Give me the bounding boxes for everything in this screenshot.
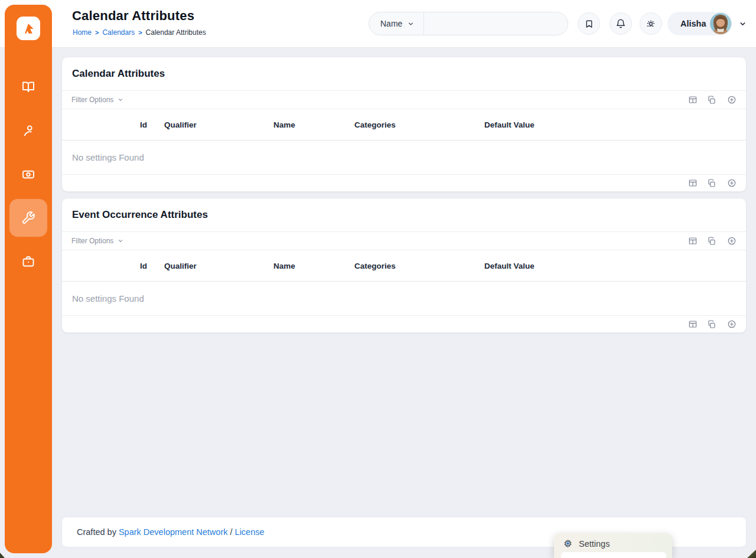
column-name[interactable]: Name: [273, 120, 354, 129]
user-menu[interactable]: Alisha: [667, 12, 732, 35]
panel-calendar-attributes: Calendar Attributes Filter Options Id Qu…: [61, 57, 747, 192]
copy-button[interactable]: [708, 178, 717, 188]
panel-event-occurrence-attributes: Event Occurrence Attributes Filter Optio…: [61, 198, 747, 333]
grid-header-row: Id Qualifier Name Categories Default Val…: [62, 250, 746, 282]
wrench-icon: [21, 211, 35, 225]
plus-circle-icon: [727, 236, 737, 246]
copy-button[interactable]: [708, 319, 717, 329]
column-qualifier[interactable]: Qualifier: [164, 262, 273, 270]
rock-logo-icon: [21, 21, 36, 36]
top-header: Calendar Attributes Home > Calendars > C…: [0, 0, 756, 48]
breadcrumb-separator-icon: >: [138, 29, 142, 36]
money-bill-icon: [21, 167, 35, 181]
avatar: [710, 13, 731, 34]
copy-icon: [708, 319, 717, 329]
sidebar-item-library[interactable]: [9, 68, 47, 106]
briefcase-icon: [21, 254, 35, 269]
copy-icon: [708, 178, 717, 188]
book-open-icon: [21, 80, 35, 94]
table-settings-button[interactable]: [688, 178, 698, 188]
plus-circle-icon: [727, 95, 737, 105]
notifications-button[interactable]: [610, 12, 632, 35]
table-settings-button[interactable]: [688, 95, 698, 105]
panel-title: Calendar Attributes: [62, 57, 746, 91]
add-button[interactable]: [727, 236, 737, 246]
chevron-down-icon: [118, 97, 123, 103]
copy-icon: [708, 236, 717, 246]
table-icon: [688, 236, 698, 246]
column-categories[interactable]: Categories: [354, 120, 484, 129]
bookmark-icon: [584, 19, 594, 29]
column-default-value[interactable]: Default Value: [484, 120, 746, 129]
smart-search: Name: [369, 12, 568, 35]
copy-button[interactable]: [708, 236, 717, 246]
copy-button[interactable]: [708, 95, 717, 105]
breadcrumb: Home > Calendars > Calendar Attributes: [73, 28, 206, 37]
grid-actions: [688, 178, 737, 188]
sidebar: [5, 5, 52, 553]
breadcrumb-separator-icon: >: [95, 29, 99, 36]
footer-separator: /: [227, 527, 234, 537]
sidebar-item-work[interactable]: [9, 243, 47, 280]
app-window: Calendar Attributes Home > Calendars > C…: [0, 0, 756, 558]
theme-toggle-button[interactable]: [640, 12, 662, 35]
chevron-down-icon: [408, 21, 414, 27]
user-menu-caret-icon[interactable]: [739, 19, 747, 30]
sidebar-item-finance[interactable]: [9, 155, 47, 193]
filter-options-label: Filter Options: [71, 237, 113, 245]
grid-header-row: Id Qualifier Name Categories Default Val…: [62, 109, 746, 141]
grid-footer-row: [62, 175, 746, 191]
settings-menu-item[interactable]: Settings: [554, 533, 672, 549]
sidebar-item-people[interactable]: [9, 112, 47, 149]
user-name: Alisha: [667, 19, 706, 28]
table-settings-button[interactable]: [688, 236, 698, 246]
search-scope-label: Name: [380, 19, 402, 28]
app-logo[interactable]: [17, 17, 40, 40]
plus-circle-icon: [727, 319, 737, 329]
wallpaper-corner: [747, 550, 756, 558]
column-id[interactable]: Id: [140, 262, 164, 270]
grid-actions: [688, 236, 737, 246]
bell-icon: [615, 18, 626, 29]
empty-state-message: No settings Found: [62, 141, 746, 175]
footer-link-license[interactable]: License: [235, 527, 265, 537]
table-settings-button[interactable]: [688, 319, 698, 329]
sun-horizon-icon: [646, 18, 656, 29]
add-button[interactable]: [727, 319, 737, 329]
bookmarks-button[interactable]: [578, 12, 600, 35]
settings-menu-label: Settings: [579, 539, 610, 549]
column-id[interactable]: Id: [140, 120, 164, 129]
copy-icon: [708, 95, 717, 105]
settings-popup: Settings: [554, 533, 672, 558]
column-categories[interactable]: Categories: [354, 262, 484, 270]
add-button[interactable]: [727, 95, 737, 105]
table-icon: [688, 178, 698, 188]
person-icon: [21, 123, 35, 138]
breadcrumb-home[interactable]: Home: [73, 28, 92, 37]
footer-crafted-by: Crafted by: [77, 527, 119, 537]
column-name[interactable]: Name: [273, 262, 354, 270]
filter-options-toggle[interactable]: Filter Options: [71, 96, 123, 104]
footer-link-spark[interactable]: Spark Development Network: [119, 527, 228, 537]
add-button[interactable]: [727, 178, 737, 188]
filter-options-label: Filter Options: [71, 96, 113, 104]
wallpaper-corner: [0, 553, 5, 558]
column-default-value[interactable]: Default Value: [484, 262, 746, 270]
chevron-down-icon: [118, 238, 123, 244]
grid-actions: [688, 95, 737, 105]
plus-circle-icon: [727, 178, 737, 188]
column-qualifier[interactable]: Qualifier: [164, 120, 273, 129]
sidebar-item-admin-tools[interactable]: [9, 199, 47, 237]
panel-title: Event Occurrence Attributes: [62, 198, 746, 232]
search-scope-dropdown[interactable]: Name: [369, 12, 424, 35]
table-icon: [688, 95, 698, 105]
breadcrumb-calendars[interactable]: Calendars: [102, 28, 135, 37]
grid-filter-row: Filter Options: [62, 232, 746, 250]
grid-filter-row: Filter Options: [62, 91, 746, 109]
search-input[interactable]: [424, 12, 568, 35]
table-icon: [688, 319, 698, 329]
settings-popup-sheet: [561, 552, 666, 558]
filter-options-toggle[interactable]: Filter Options: [71, 237, 123, 245]
breadcrumb-current: Calendar Attributes: [146, 28, 206, 37]
page-title: Calendar Attributes: [72, 8, 194, 24]
